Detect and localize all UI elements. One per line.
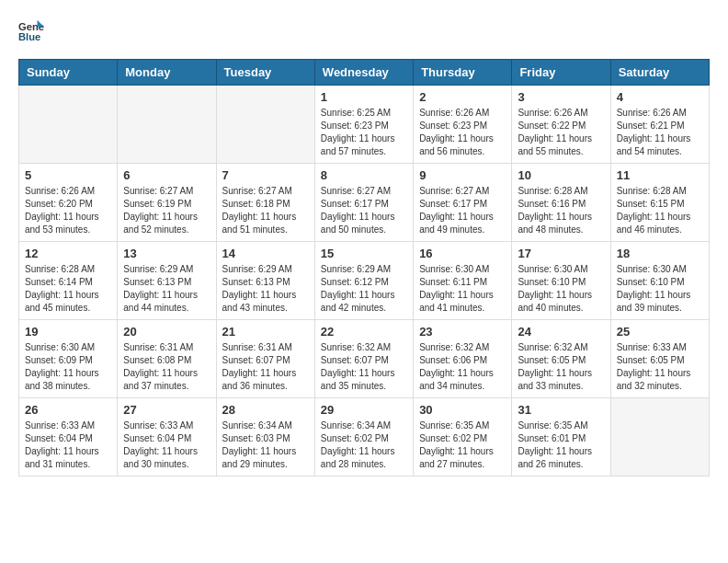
day-info: Sunrise: 6:26 AM Sunset: 6:23 PM Dayligh… (419, 107, 506, 158)
calendar-day-cell: 19Sunrise: 6:30 AM Sunset: 6:09 PM Dayli… (19, 320, 118, 398)
day-number: 28 (222, 403, 309, 417)
calendar-day-cell: 2Sunrise: 6:26 AM Sunset: 6:23 PM Daylig… (414, 86, 512, 164)
day-info: Sunrise: 6:32 AM Sunset: 6:07 PM Dayligh… (321, 341, 407, 393)
day-number: 16 (419, 247, 506, 260)
day-number: 11 (617, 168, 703, 182)
day-info: Sunrise: 6:35 AM Sunset: 6:02 PM Dayligh… (419, 419, 506, 471)
weekday-header: Thursday (414, 60, 512, 86)
day-info: Sunrise: 6:30 AM Sunset: 6:10 PM Dayligh… (518, 263, 604, 315)
day-number: 17 (518, 247, 604, 260)
calendar-day-cell: 1Sunrise: 6:25 AM Sunset: 6:23 PM Daylig… (314, 86, 413, 164)
calendar-day-cell: 21Sunrise: 6:31 AM Sunset: 6:07 PM Dayli… (216, 320, 314, 398)
day-number: 29 (321, 403, 407, 417)
day-number: 15 (321, 247, 407, 260)
calendar-day-cell (19, 86, 118, 164)
day-number: 12 (25, 247, 111, 260)
calendar-day-cell: 3Sunrise: 6:26 AM Sunset: 6:22 PM Daylig… (512, 86, 610, 164)
calendar-day-cell: 24Sunrise: 6:32 AM Sunset: 6:05 PM Dayli… (512, 320, 610, 398)
calendar-week-row: 12Sunrise: 6:28 AM Sunset: 6:14 PM Dayli… (19, 242, 710, 320)
calendar-day-cell: 8Sunrise: 6:27 AM Sunset: 6:17 PM Daylig… (314, 164, 413, 242)
day-number: 1 (321, 90, 407, 104)
page-header: General Blue (18, 18, 710, 44)
day-info: Sunrise: 6:32 AM Sunset: 6:05 PM Dayligh… (518, 341, 604, 393)
day-info: Sunrise: 6:35 AM Sunset: 6:01 PM Dayligh… (518, 419, 604, 471)
day-number: 19 (25, 325, 111, 339)
weekday-header: Monday (118, 60, 216, 86)
day-number: 10 (518, 168, 604, 182)
day-number: 7 (222, 168, 309, 182)
calendar-day-cell: 4Sunrise: 6:26 AM Sunset: 6:21 PM Daylig… (610, 86, 709, 164)
day-info: Sunrise: 6:29 AM Sunset: 6:13 PM Dayligh… (222, 263, 309, 315)
day-info: Sunrise: 6:25 AM Sunset: 6:23 PM Dayligh… (321, 107, 407, 158)
day-info: Sunrise: 6:27 AM Sunset: 6:17 PM Dayligh… (419, 185, 506, 236)
day-info: Sunrise: 6:33 AM Sunset: 6:05 PM Dayligh… (617, 341, 703, 393)
calendar-day-cell: 11Sunrise: 6:28 AM Sunset: 6:15 PM Dayli… (610, 164, 709, 242)
day-number: 23 (419, 325, 506, 339)
day-info: Sunrise: 6:26 AM Sunset: 6:20 PM Dayligh… (25, 185, 111, 236)
calendar-day-cell: 17Sunrise: 6:30 AM Sunset: 6:10 PM Dayli… (512, 242, 610, 320)
logo-icon: General Blue (18, 18, 44, 44)
day-number: 20 (123, 325, 210, 339)
day-info: Sunrise: 6:34 AM Sunset: 6:02 PM Dayligh… (321, 419, 407, 471)
day-number: 5 (25, 168, 111, 182)
day-info: Sunrise: 6:32 AM Sunset: 6:06 PM Dayligh… (419, 341, 506, 393)
day-number: 24 (518, 325, 604, 339)
day-number: 14 (222, 247, 309, 260)
logo: General Blue (18, 18, 48, 44)
calendar-day-cell: 15Sunrise: 6:29 AM Sunset: 6:12 PM Dayli… (314, 242, 413, 320)
day-number: 31 (518, 403, 604, 417)
day-number: 9 (419, 168, 506, 182)
day-info: Sunrise: 6:30 AM Sunset: 6:11 PM Dayligh… (419, 263, 506, 315)
weekday-header: Tuesday (216, 60, 314, 86)
weekday-header: Friday (512, 60, 610, 86)
calendar-day-cell: 31Sunrise: 6:35 AM Sunset: 6:01 PM Dayli… (512, 398, 610, 477)
svg-text:Blue: Blue (18, 31, 40, 42)
day-number: 13 (123, 247, 210, 260)
calendar-day-cell: 23Sunrise: 6:32 AM Sunset: 6:06 PM Dayli… (414, 320, 512, 398)
calendar-day-cell: 12Sunrise: 6:28 AM Sunset: 6:14 PM Dayli… (19, 242, 118, 320)
calendar-day-cell: 25Sunrise: 6:33 AM Sunset: 6:05 PM Dayli… (610, 320, 709, 398)
calendar-day-cell (610, 398, 709, 477)
day-number: 8 (321, 168, 407, 182)
day-number: 26 (25, 403, 111, 417)
day-info: Sunrise: 6:28 AM Sunset: 6:16 PM Dayligh… (518, 185, 604, 236)
day-info: Sunrise: 6:27 AM Sunset: 6:17 PM Dayligh… (321, 185, 407, 236)
calendar-day-cell: 28Sunrise: 6:34 AM Sunset: 6:03 PM Dayli… (216, 398, 314, 477)
day-number: 22 (321, 325, 407, 339)
weekday-header: Saturday (610, 60, 709, 86)
calendar-week-row: 5Sunrise: 6:26 AM Sunset: 6:20 PM Daylig… (19, 164, 710, 242)
calendar-day-cell: 27Sunrise: 6:33 AM Sunset: 6:04 PM Dayli… (118, 398, 216, 477)
day-info: Sunrise: 6:30 AM Sunset: 6:09 PM Dayligh… (25, 341, 111, 393)
calendar-day-cell: 10Sunrise: 6:28 AM Sunset: 6:16 PM Dayli… (512, 164, 610, 242)
day-info: Sunrise: 6:28 AM Sunset: 6:14 PM Dayligh… (25, 263, 111, 315)
day-number: 21 (222, 325, 309, 339)
day-info: Sunrise: 6:31 AM Sunset: 6:08 PM Dayligh… (123, 341, 210, 393)
day-number: 2 (419, 90, 506, 104)
calendar-day-cell: 29Sunrise: 6:34 AM Sunset: 6:02 PM Dayli… (314, 398, 413, 477)
calendar-day-cell (118, 86, 216, 164)
day-info: Sunrise: 6:31 AM Sunset: 6:07 PM Dayligh… (222, 341, 309, 393)
calendar-day-cell: 9Sunrise: 6:27 AM Sunset: 6:17 PM Daylig… (414, 164, 512, 242)
calendar-day-cell: 14Sunrise: 6:29 AM Sunset: 6:13 PM Dayli… (216, 242, 314, 320)
calendar-week-row: 1Sunrise: 6:25 AM Sunset: 6:23 PM Daylig… (19, 86, 710, 164)
calendar-week-row: 26Sunrise: 6:33 AM Sunset: 6:04 PM Dayli… (19, 398, 710, 477)
day-info: Sunrise: 6:27 AM Sunset: 6:18 PM Dayligh… (222, 185, 309, 236)
day-number: 4 (617, 90, 703, 104)
calendar-day-cell: 18Sunrise: 6:30 AM Sunset: 6:10 PM Dayli… (610, 242, 709, 320)
day-number: 18 (617, 247, 703, 260)
calendar-day-cell: 5Sunrise: 6:26 AM Sunset: 6:20 PM Daylig… (19, 164, 118, 242)
day-number: 25 (617, 325, 703, 339)
day-number: 27 (123, 403, 210, 417)
day-number: 30 (419, 403, 506, 417)
day-info: Sunrise: 6:28 AM Sunset: 6:15 PM Dayligh… (617, 185, 703, 236)
day-info: Sunrise: 6:26 AM Sunset: 6:22 PM Dayligh… (518, 107, 604, 158)
day-number: 3 (518, 90, 604, 104)
calendar-table: SundayMondayTuesdayWednesdayThursdayFrid… (18, 59, 710, 477)
weekday-header: Wednesday (314, 60, 413, 86)
day-info: Sunrise: 6:29 AM Sunset: 6:12 PM Dayligh… (321, 263, 407, 315)
day-info: Sunrise: 6:33 AM Sunset: 6:04 PM Dayligh… (25, 419, 111, 471)
calendar-week-row: 19Sunrise: 6:30 AM Sunset: 6:09 PM Dayli… (19, 320, 710, 398)
day-info: Sunrise: 6:33 AM Sunset: 6:04 PM Dayligh… (123, 419, 210, 471)
calendar-header-row: SundayMondayTuesdayWednesdayThursdayFrid… (19, 60, 710, 86)
day-info: Sunrise: 6:27 AM Sunset: 6:19 PM Dayligh… (123, 185, 210, 236)
